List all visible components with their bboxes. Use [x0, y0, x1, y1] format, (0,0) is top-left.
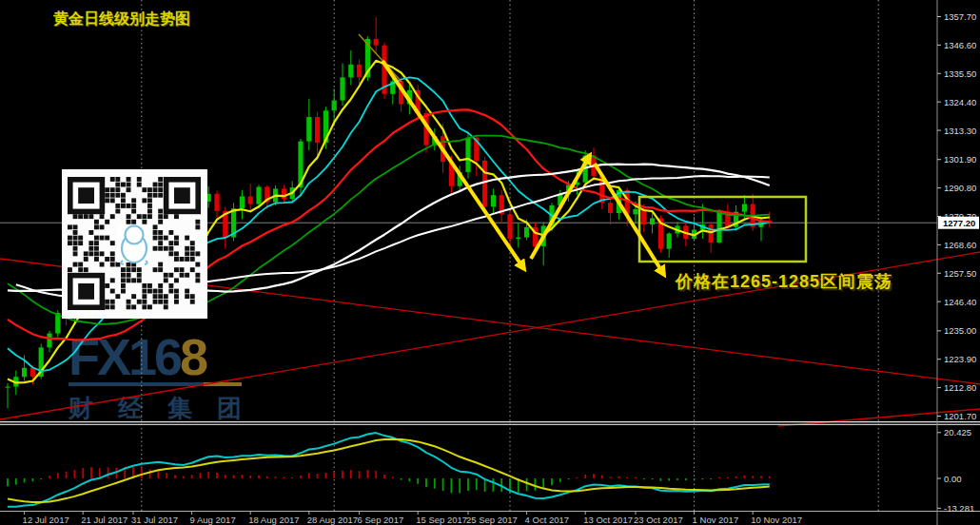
svg-text:1246.40: 1246.40: [944, 297, 976, 307]
svg-text:1301.90: 1301.90: [944, 154, 976, 165]
svg-text:1335.50: 1335.50: [944, 68, 976, 79]
svg-text:1235.00: 1235.00: [944, 325, 976, 336]
svg-text:12 Jul 2017: 12 Jul 2017: [23, 515, 69, 525]
svg-text:13 Oct 2017: 13 Oct 2017: [583, 515, 633, 525]
svg-text:4 Oct 2017: 4 Oct 2017: [525, 515, 569, 525]
svg-text:1268.60: 1268.60: [944, 240, 976, 250]
qr-code: [62, 169, 207, 319]
svg-text:1277.20: 1277.20: [943, 218, 975, 228]
svg-text:31 Jul 2017: 31 Jul 2017: [131, 515, 178, 525]
svg-text:1324.40: 1324.40: [944, 97, 976, 107]
svg-text:1212.80: 1212.80: [944, 382, 976, 393]
qq-penguin-icon: [62, 169, 207, 319]
chart-window: FX168 财 经 集 团 1357.701346.601335.501324.…: [0, 0, 980, 525]
svg-text:15 Sep 2017: 15 Sep 2017: [416, 515, 467, 525]
svg-text:10 Nov 2017: 10 Nov 2017: [751, 515, 802, 525]
svg-text:1 Nov 2017: 1 Nov 2017: [693, 515, 739, 525]
svg-text:1223.90: 1223.90: [944, 354, 976, 364]
svg-text:1257.50: 1257.50: [944, 268, 976, 279]
svg-text:23 Oct 2017: 23 Oct 2017: [634, 515, 683, 525]
chart-title: 黄金日线级别走势图: [53, 10, 190, 29]
svg-text:25 Sep 2017: 25 Sep 2017: [466, 515, 518, 525]
svg-text:28 Aug 2017: 28 Aug 2017: [307, 515, 358, 525]
svg-text:-13.281: -13.281: [944, 503, 974, 514]
svg-text:0.00: 0.00: [944, 474, 962, 484]
svg-text:20.425: 20.425: [944, 427, 971, 438]
svg-text:9 Aug 2017: 9 Aug 2017: [190, 515, 236, 525]
range-annotation: 价格在1265-1285区间震荡: [676, 270, 892, 293]
svg-text:1201.70: 1201.70: [944, 411, 976, 421]
svg-text:1346.60: 1346.60: [944, 40, 976, 50]
svg-text:1357.70: 1357.70: [944, 11, 976, 22]
svg-text:6 Sep 2017: 6 Sep 2017: [358, 515, 404, 525]
svg-text:18 Aug 2017: 18 Aug 2017: [248, 515, 299, 525]
svg-text:1290.80: 1290.80: [944, 183, 976, 193]
svg-text:1313.30: 1313.30: [944, 126, 976, 136]
svg-text:21 Jul 2017: 21 Jul 2017: [81, 515, 127, 525]
